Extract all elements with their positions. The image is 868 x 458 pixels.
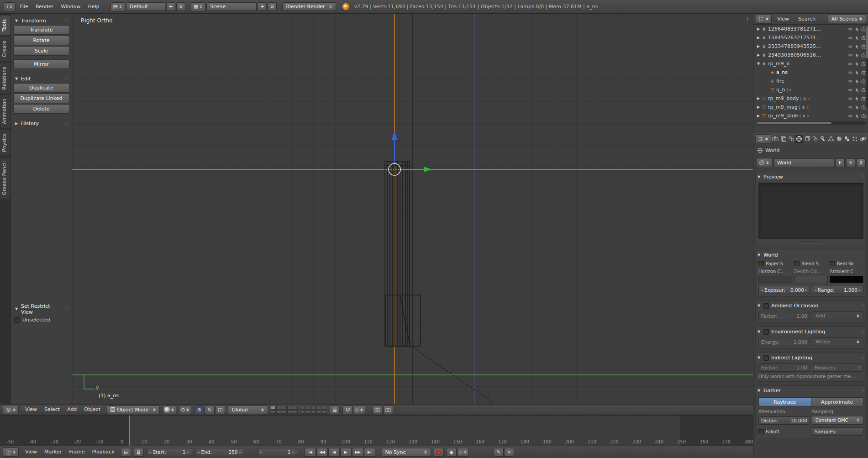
eye-icon[interactable]	[847, 35, 853, 41]
shelf-tab-tools[interactable]: Tools	[0, 16, 11, 35]
transport-button[interactable]: ◀◀	[316, 448, 328, 457]
transform-panel-header[interactable]: ▼ Transform ⠿	[13, 16, 69, 25]
layer-toggle[interactable]	[282, 406, 287, 410]
scrollbar-thumb[interactable]	[866, 26, 868, 58]
tab-render-layers[interactable]	[779, 135, 787, 143]
editor-type-properties-button[interactable]	[755, 134, 771, 143]
screen-layout-selector[interactable]: ▤	[110, 2, 125, 11]
falloff-checkbox[interactable]	[758, 429, 764, 434]
indirect-factor-slider[interactable]: Factor: 1.00	[758, 363, 810, 372]
increment-arrow-icon[interactable]: ▸	[188, 450, 189, 454]
edit-panel-header[interactable]: ▼ Edit ⠿	[13, 74, 69, 83]
timeline-editor[interactable]: -50-40-30-20-100102030405060708090100110…	[0, 415, 753, 446]
indirect-bounces-field[interactable]: Bounces: 1	[812, 363, 863, 372]
timeline-ruler[interactable]: -50-40-30-20-100102030405060708090100110…	[10, 439, 749, 444]
decrement-arrow-icon[interactable]: ◂	[149, 450, 151, 454]
fake-user-button[interactable]: F	[836, 158, 845, 167]
display-mode-dropdown[interactable]: All Scenes	[828, 15, 866, 23]
transport-button[interactable]: ▶	[340, 448, 352, 457]
layer-toggle[interactable]	[322, 406, 327, 410]
expand-icon[interactable]: ▶	[756, 53, 761, 57]
cursor-icon[interactable]	[854, 53, 860, 58]
decrement-arrow-icon[interactable]: ◂	[260, 450, 262, 454]
object-name[interactable]: 1256408337812714458	[768, 26, 822, 32]
mirror-button[interactable]: Mirror	[13, 59, 69, 69]
scrollbar-thumb[interactable]	[757, 122, 831, 124]
sync-dropdown[interactable]: No Sync	[382, 448, 431, 457]
lock-time-button[interactable]	[134, 448, 144, 457]
increment-arrow-icon[interactable]: ▸	[293, 450, 295, 454]
indirect-panel-header[interactable]: ▼ Indirect Lighting ⠿	[756, 353, 866, 363]
cursor-icon[interactable]	[854, 35, 860, 41]
shelf-tab-relations[interactable]: Relations	[0, 63, 11, 94]
real-sky-checkbox[interactable]	[830, 261, 835, 266]
outliner-row[interactable]: ▶▽ rp_m9_mag | ⋔▿	[753, 103, 868, 111]
env-panel-header[interactable]: ▼ Environment Lighting ⠿	[756, 327, 866, 337]
shelf-tab-grease-pencil[interactable]: Grease Pencil	[0, 158, 11, 199]
tool-button[interactable]: Duplicate	[13, 83, 69, 93]
keying-set-dropdown[interactable]: ◇	[457, 448, 469, 457]
cursor-icon[interactable]	[854, 87, 860, 93]
layer-toggle[interactable]	[305, 410, 310, 414]
gather-panel-header[interactable]: ▼ Gather ⠿	[756, 386, 866, 395]
layer-toggle[interactable]	[271, 406, 276, 410]
browse-world-button[interactable]	[756, 158, 772, 167]
cursor-icon[interactable]	[854, 44, 860, 49]
layer-toggle[interactable]	[300, 410, 305, 414]
env-energy-slider[interactable]: Energy: 1.000	[758, 338, 810, 346]
tab-material[interactable]	[835, 135, 842, 143]
keying-set-button[interactable]: ◆	[447, 448, 457, 457]
current-frame-field[interactable]: ◂ 1 ▸	[257, 448, 297, 456]
object-name[interactable]: rp_m9_slide	[768, 113, 798, 119]
horizon-color-swatch[interactable]	[758, 276, 792, 283]
ambient-color-swatch[interactable]	[830, 276, 863, 283]
add-scene-button[interactable]: +	[258, 2, 267, 11]
record-button[interactable]	[434, 448, 444, 457]
menu-item[interactable]: Select	[41, 405, 63, 415]
object-name[interactable]: 1584552632175317137	[768, 35, 822, 41]
env-enable-checkbox[interactable]	[763, 329, 769, 335]
close-layout-button[interactable]: ×	[176, 2, 185, 11]
editor-type-info-button[interactable]: i	[4, 2, 16, 11]
tool-button[interactable]: Rotate	[13, 36, 69, 45]
expand-icon[interactable]: ▶	[756, 36, 761, 40]
manipulator-rotate-button[interactable]: ↻	[205, 405, 215, 414]
editor-type-timeline-button[interactable]	[3, 447, 19, 457]
vertical-scrollbar[interactable]	[866, 26, 868, 109]
tab-scene[interactable]	[788, 135, 795, 143]
preview-panel-header[interactable]: ▼ Preview ⠿	[756, 172, 866, 182]
shelf-tab-physics[interactable]: Physics	[0, 130, 11, 156]
menu-item[interactable]: Render	[32, 2, 57, 12]
menu-item[interactable]: View	[21, 447, 41, 457]
menu-item[interactable]: Playback	[88, 447, 118, 457]
close-scene-button[interactable]: ×	[268, 2, 277, 11]
tool-button[interactable]: Duplicate Linked	[13, 94, 69, 103]
tab-physics[interactable]	[859, 135, 867, 143]
shelf-tab-create[interactable]: Create	[0, 37, 11, 61]
mode-dropdown[interactable]: Object Mode	[107, 405, 160, 414]
add-layout-button[interactable]: +	[166, 2, 175, 11]
opengl-render-anim-button[interactable]	[383, 405, 393, 414]
panel-grip-icon[interactable]: ⠿	[862, 389, 865, 393]
orientation-dropdown[interactable]: Global	[228, 405, 268, 414]
outliner-row[interactable]: ▶⋔ 2333478839435256709	[753, 42, 868, 51]
layer-toggle[interactable]	[287, 410, 292, 414]
panel-grip-icon[interactable]: ⠿	[65, 77, 68, 81]
paper-sky-checkbox[interactable]	[758, 261, 764, 266]
increment-arrow-icon[interactable]: ▸	[805, 288, 807, 292]
region-split-widget[interactable]: +	[745, 16, 750, 22]
start-frame-field[interactable]: ◂ Start: 1 ▸	[147, 448, 192, 456]
menu-item[interactable]: Frame	[65, 447, 88, 457]
eye-icon[interactable]	[847, 44, 853, 49]
exposure-slider[interactable]: ◂ Exposur: 0.000 ▸	[758, 286, 810, 294]
object-name[interactable]: rp_m9_mag	[768, 104, 798, 110]
cursor-icon[interactable]	[854, 79, 860, 84]
eye-icon[interactable]	[847, 105, 853, 110]
tab-object-data[interactable]	[827, 135, 835, 143]
menu-item[interactable]: View	[21, 405, 41, 415]
outliner-row[interactable]: ▶⋔ 2349303805065165841	[753, 51, 868, 59]
eye-icon[interactable]	[847, 61, 853, 67]
menu-item[interactable]: Marker	[41, 447, 65, 457]
ao-blend-dropdown[interactable]: Add	[812, 311, 863, 320]
distance-slider[interactable]: Distan: 10.000	[758, 416, 810, 425]
